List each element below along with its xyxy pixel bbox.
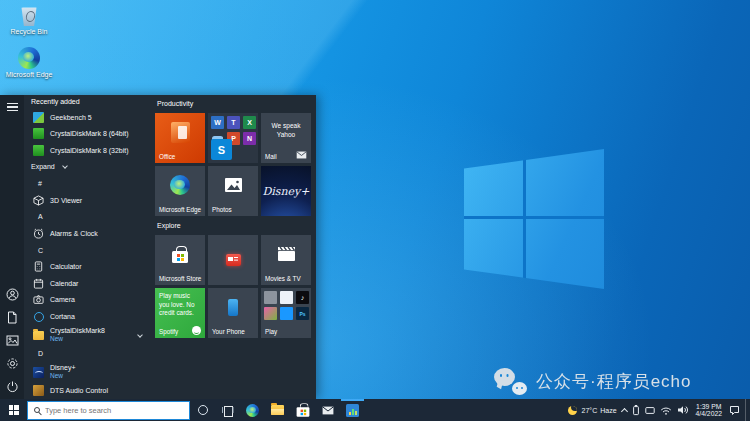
edge-icon — [246, 404, 259, 417]
tile-microsoft-store[interactable]: Microsoft Store — [155, 235, 205, 285]
solitaire-icon[interactable] — [280, 291, 293, 304]
watermark-text: 公众号·程序员echo — [536, 370, 692, 393]
documents-icon[interactable] — [0, 310, 24, 324]
expand-button[interactable]: Expand — [24, 159, 150, 176]
tile-office-folder[interactable]: W T X P N S — [208, 113, 258, 163]
menu-hamburger-icon[interactable] — [0, 100, 24, 114]
tile-your-phone[interactable]: Your Phone — [208, 288, 258, 338]
disney-plus-logo: Disney+ — [261, 166, 311, 216]
desktop: Recycle Bin Microsoft Edge 公众号·程序员echo — [0, 0, 750, 421]
windows-logo-icon — [9, 405, 19, 415]
calendar-icon — [33, 278, 44, 289]
microsoft-store-button[interactable] — [290, 399, 315, 421]
app-list-item-calendar[interactable]: Calendar — [24, 275, 150, 292]
news-icon — [226, 254, 241, 266]
user-avatar-icon[interactable] — [0, 287, 24, 301]
weather-widget[interactable]: 27°C Haze — [582, 407, 617, 414]
section-letter[interactable]: # — [24, 175, 150, 192]
hidden-icons-chevron[interactable] — [620, 407, 627, 414]
taskbar-clock[interactable]: 1:39 PM 4/4/2022 — [696, 403, 722, 418]
settings-gear-icon[interactable] — [0, 356, 24, 370]
tile-microsoft-edge[interactable]: Microsoft Edge — [155, 166, 205, 216]
cortana-icon — [198, 405, 208, 415]
section-letter[interactable]: C — [24, 242, 150, 259]
taskbar-edge-button[interactable] — [240, 399, 265, 421]
recently-added-header: Recently added — [24, 95, 150, 109]
display-icon[interactable] — [645, 406, 655, 415]
roblox-icon[interactable] — [264, 291, 277, 304]
start-menu-tiles: Productivity Office W T X P N S — [150, 95, 316, 399]
spotify-icon — [192, 326, 201, 335]
app-list-item-crystaldiskmark-64[interactable]: CrystalDiskMark 8 (64bit) — [24, 125, 150, 142]
tile-mail[interactable]: We speak Yahoo Mail — [261, 113, 311, 163]
skype-tile[interactable]: S — [211, 139, 232, 160]
tiktok-icon[interactable]: ♪ — [296, 291, 309, 304]
power-icon[interactable] — [0, 379, 24, 393]
tile-disney-plus[interactable]: Disney+ — [261, 166, 311, 216]
desktop-icon-microsoft-edge[interactable]: Microsoft Edge — [0, 47, 61, 78]
task-view-button[interactable] — [215, 399, 240, 421]
benchmark-app-button[interactable] — [340, 399, 365, 421]
tile-spotify[interactable]: Play music you love. No credit cards. Sp… — [155, 288, 205, 338]
photos-icon — [225, 178, 242, 192]
moon-weather-icon[interactable] — [568, 406, 577, 415]
windows-wallpaper-logo — [464, 149, 604, 289]
desktop-icon-recycle-bin[interactable]: Recycle Bin — [0, 5, 61, 35]
search-input[interactable] — [45, 402, 183, 419]
onenote-icon[interactable]: N — [243, 132, 256, 145]
tile-photos[interactable]: Photos — [208, 166, 258, 216]
excel-icon[interactable]: X — [243, 116, 256, 129]
app-list-item-cortana[interactable]: Cortana — [24, 308, 150, 325]
file-explorer-button[interactable] — [265, 399, 290, 421]
network-wifi-icon[interactable] — [660, 406, 672, 415]
store-bag-icon — [172, 251, 188, 263]
app-list-item-crystaldiskmark-folder[interactable]: CrystalDiskMark8 New — [24, 325, 150, 346]
disney-plus-icon — [33, 367, 44, 378]
tile-group-header: Productivity — [157, 100, 316, 110]
taskbar: 27°C Haze 1:39 PM 4/4/2022 — [0, 399, 750, 421]
calculator-icon — [33, 261, 44, 272]
pictures-icon[interactable] — [0, 333, 24, 347]
app-list-item-disney-plus[interactable]: Disney+ New — [24, 362, 150, 383]
tile-play-folder[interactable]: ♪ Ps Play — [261, 288, 311, 338]
crystaldiskmark-icon — [33, 145, 44, 156]
tile-office[interactable]: Office — [155, 113, 205, 163]
action-center-icon[interactable] — [729, 405, 740, 415]
running-indicator — [341, 399, 364, 401]
task-view-icon — [222, 406, 234, 415]
tile-news[interactable] — [208, 235, 258, 285]
wechat-watermark: 公众号·程序员echo — [494, 368, 692, 395]
volume-icon[interactable] — [677, 405, 689, 415]
mail-button[interactable] — [315, 399, 340, 421]
word-icon[interactable]: W — [211, 116, 224, 129]
section-letter[interactable]: D — [24, 345, 150, 362]
app-list-item-alarms-clock[interactable]: Alarms & Clock — [24, 225, 150, 242]
show-desktop-button[interactable] — [745, 399, 749, 421]
app-list-item-dts-audio[interactable]: DTS Audio Control — [24, 383, 150, 400]
battery-icon[interactable] — [632, 404, 640, 416]
recycle-bin-icon — [21, 5, 38, 26]
prime-video-icon[interactable] — [280, 307, 293, 320]
taskbar-search[interactable] — [27, 401, 190, 420]
photoshop-icon[interactable]: Ps — [296, 307, 309, 320]
app-list-item-crystaldiskmark-32[interactable]: CrystalDiskMark 8 (32bit) — [24, 142, 150, 159]
clapperboard-icon — [278, 247, 295, 261]
folder-icon — [33, 331, 44, 340]
teams-icon[interactable]: T — [227, 116, 240, 129]
chevron-down-icon[interactable] — [137, 332, 143, 338]
cortana-button[interactable] — [190, 399, 215, 421]
game-icon[interactable] — [264, 307, 277, 320]
app-list-item-calculator[interactable]: Calculator — [24, 258, 150, 275]
geekbench-icon — [33, 112, 44, 123]
app-list-item-3d-viewer[interactable]: 3D Viewer — [24, 192, 150, 209]
phone-icon — [228, 299, 238, 316]
chevron-down-icon — [62, 163, 68, 169]
section-letter[interactable]: A — [24, 208, 150, 225]
edge-icon — [170, 175, 190, 195]
start-button[interactable] — [0, 399, 27, 421]
new-badge: New — [50, 372, 75, 380]
app-list-item-camera[interactable]: Camera — [24, 292, 150, 309]
edge-icon — [18, 47, 40, 69]
tile-movies-tv[interactable]: Movies & TV — [261, 235, 311, 285]
app-list-item-geekbench[interactable]: Geekbench 5 — [24, 109, 150, 126]
